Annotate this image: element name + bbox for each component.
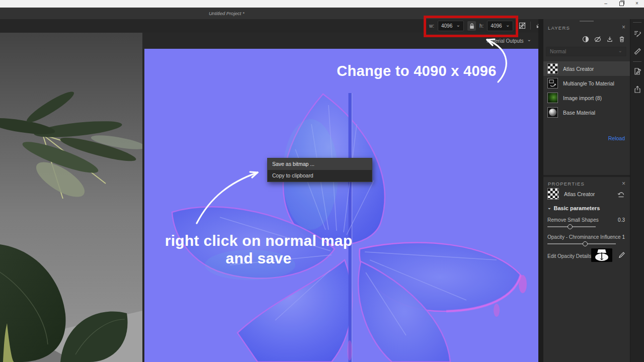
aspect-lock-button[interactable] — [467, 21, 476, 31]
multiangle-thumbnail — [547, 78, 558, 88]
sphere-thumbnail — [547, 107, 558, 118]
right-panel: LAYERS × — [543, 19, 630, 362]
blend-mode-select[interactable]: Normal ⌄ — [546, 47, 626, 56]
layer-list: Atlas Creator Multiangle To Material — [543, 61, 630, 120]
close-icon[interactable]: × — [622, 180, 625, 187]
context-menu: Save as bitmap ... Copy to clipboard — [267, 158, 372, 182]
height-select[interactable]: 4096 ⌄ — [487, 21, 513, 31]
slider-knob[interactable] — [583, 241, 588, 246]
chevron-down-icon: ⌄ — [547, 205, 551, 210]
window-controls: – × — [603, 0, 640, 8]
layer-row-base-material[interactable]: Base Material — [543, 105, 630, 120]
plant-photo — [0, 33, 142, 362]
slider-knob[interactable] — [568, 224, 573, 229]
layer-row-multiangle[interactable]: Multiangle To Material — [543, 76, 630, 90]
height-label: h: — [479, 23, 484, 29]
param-opacity-chrominance-value: 1 — [622, 234, 625, 240]
tiling-off-icon[interactable] — [518, 22, 526, 30]
opacity-mask-thumbnail[interactable] — [591, 248, 612, 262]
param-remove-small-shapes-value: 0.3 — [618, 217, 625, 223]
chevron-down-icon: ⌄ — [618, 48, 622, 53]
close-icon[interactable]: × — [622, 24, 625, 30]
chevron-down-icon: ⌄ — [527, 37, 531, 42]
material-outputs-label: Material Outputs — [487, 38, 523, 44]
output-size-controls: w: 4096 ⌄ h: 4096 ⌄ — [429, 21, 513, 31]
canvas-topbar: Material Outputs ⌄ — [142, 33, 538, 49]
strip-divider — [633, 22, 641, 23]
material-outputs-dropdown[interactable]: Material Outputs ⌄ — [487, 38, 531, 44]
slider-track — [547, 243, 616, 244]
width-value: 4096 — [441, 23, 452, 29]
reset-icon[interactable] — [617, 191, 625, 200]
properties-layer-name: Atlas Creator — [564, 191, 595, 197]
project-title: Untitled Project * — [209, 8, 245, 19]
width-select[interactable]: 4096 ⌄ — [438, 21, 464, 31]
toolbar-separator — [530, 22, 531, 30]
panel-gap — [538, 19, 543, 362]
menu-item-copy-to-clipboard[interactable]: Copy to clipboard — [268, 170, 372, 182]
param-remove-small-shapes-label: Remove Small Shapes — [547, 217, 599, 223]
export-icon[interactable] — [633, 85, 641, 96]
chevron-down-icon: ⌄ — [506, 23, 510, 28]
minimize-icon[interactable]: – — [603, 0, 609, 8]
os-titlebar: – × — [0, 0, 644, 8]
chevron-down-icon: ⌄ — [456, 23, 460, 28]
layer-row-atlas-creator[interactable]: Atlas Creator — [543, 61, 630, 76]
pen-icon[interactable] — [618, 251, 625, 260]
layer-name: Base Material — [563, 110, 595, 116]
adjustment-icon[interactable] — [582, 36, 589, 43]
normal-map-image[interactable] — [144, 49, 538, 362]
opacity-chrominance-slider[interactable] — [547, 241, 616, 246]
menu-item-save-as-bitmap[interactable]: Save as bitmap ... — [268, 158, 372, 170]
strip-divider — [633, 61, 641, 62]
height-value: 4096 — [491, 23, 502, 29]
layer-row-image-import[interactable]: Image import (8) — [543, 90, 630, 105]
leaf-photo-thumbnail — [547, 93, 558, 103]
lock-icon — [469, 23, 474, 29]
properties-panel: PROPERTIES × Atlas Creator ⌄ Basic param… — [543, 177, 630, 362]
basic-parameters-section[interactable]: ⌄ Basic parameters — [547, 205, 600, 211]
blend-mode-value: Normal — [550, 49, 566, 54]
layer-name: Image import (8) — [563, 95, 602, 101]
reload-link[interactable]: Reload — [608, 135, 625, 141]
edit-opacity-details-label: Edit Opacity Details — [547, 253, 591, 259]
section-label: Basic parameters — [554, 205, 600, 211]
remove-small-shapes-slider[interactable] — [547, 224, 596, 229]
param-opacity-chrominance-label: Opacity - Chrominance Influence — [547, 234, 621, 240]
maximize-icon[interactable] — [618, 0, 624, 8]
checkerboard-thumbnail — [547, 63, 558, 74]
app-titlebar: Untitled Project * — [0, 8, 644, 19]
trash-icon[interactable] — [618, 36, 625, 43]
reference-3d-viewport[interactable] — [0, 33, 142, 362]
document-edit-icon[interactable] — [633, 67, 641, 77]
properties-panel-title: PROPERTIES — [548, 181, 585, 187]
layers-panel-title: LAYERS — [548, 25, 570, 31]
panel-grab-handle[interactable] — [580, 21, 594, 22]
checkerboard-thumbnail — [547, 188, 559, 200]
right-tool-strip — [630, 19, 644, 362]
filter-settings-icon[interactable] — [633, 29, 641, 39]
layers-toolbar — [582, 36, 625, 43]
2d-canvas-area: Material Outputs ⌄ — [142, 33, 538, 362]
layer-name: Multiangle To Material — [563, 80, 614, 86]
width-label: w: — [429, 23, 434, 29]
ruler-icon[interactable] — [633, 47, 641, 57]
main-toolbar: w: 4096 ⌄ h: 4096 ⌄ — [0, 19, 538, 33]
layer-name: Atlas Creator — [563, 66, 594, 72]
properties-layer-row: Atlas Creator — [547, 188, 595, 200]
import-icon[interactable] — [606, 36, 613, 43]
app-window: – × Untitled Project * w: 4096 ⌄ h: 4096 — [0, 0, 644, 362]
mask-icon[interactable] — [594, 36, 601, 43]
normal-map-leaf — [144, 49, 538, 362]
close-icon[interactable]: × — [634, 0, 640, 8]
